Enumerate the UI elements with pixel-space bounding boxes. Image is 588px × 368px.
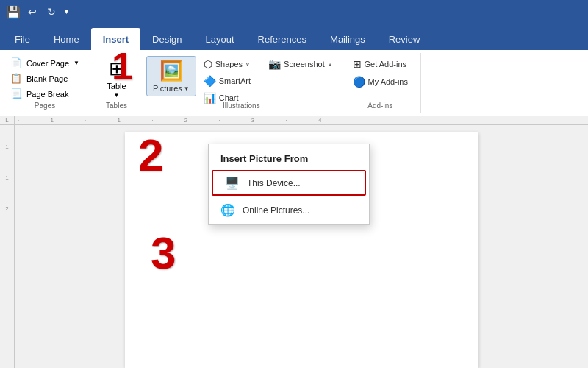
pictures-button[interactable]: 🖼️ Pictures ▼ — [146, 56, 196, 96]
save-icon[interactable]: 💾 — [6, 5, 21, 19]
get-addins-label: Get Add-ins — [365, 60, 406, 68]
ruler-corner: L — [0, 116, 15, 124]
my-addins-button[interactable]: 🔵 My Add-ins — [348, 74, 412, 90]
tab-mailings[interactable]: Mailings — [318, 28, 377, 50]
undo-button[interactable]: ↩ — [25, 4, 40, 19]
my-addins-label: My Add-ins — [368, 77, 408, 86]
smartart-icon: 🔷 — [204, 75, 216, 87]
tables-group-label: Tables — [106, 102, 127, 110]
online-pictures-option[interactable]: 🌐 Online Pictures... — [209, 199, 369, 222]
addins-group-label: Add-ins — [368, 102, 392, 110]
online-pictures-label: Online Pictures... — [243, 205, 309, 216]
tab-references[interactable]: References — [246, 28, 318, 50]
screenshot-icon: 📷 — [268, 58, 281, 70]
addins-group: ⊞ Get Add-ins 🔵 My Add-ins Add-ins — [340, 53, 421, 113]
blank-page-label: Blank Page — [26, 74, 68, 83]
blank-page-button[interactable]: 📋 Blank Page — [6, 71, 84, 85]
illustrations-group: 🖼️ Pictures ▼ ⬡ Shapes ∨ 🔷 SmartArt 📊 Ch… — [143, 53, 340, 113]
shapes-button[interactable]: ⬡ Shapes ∨ — [199, 56, 255, 72]
pictures-dropdown-icon[interactable]: ▼ — [184, 85, 190, 92]
get-addins-icon: ⊞ — [353, 58, 362, 70]
chart-icon: 📊 — [204, 92, 216, 104]
illustrations-group-label: Illustrations — [223, 102, 260, 110]
this-device-icon: 🖥️ — [225, 176, 240, 190]
screenshot-button[interactable]: 📷 Screenshot ∨ — [264, 56, 337, 72]
page-break-label: Page Break — [26, 90, 68, 99]
cover-page-dropdown[interactable]: ▼ — [74, 60, 79, 66]
cover-page-label: Cover Page — [26, 59, 69, 68]
tab-home[interactable]: Home — [42, 28, 91, 50]
tab-design[interactable]: Design — [140, 28, 193, 50]
shapes-icon: ⬡ — [204, 58, 212, 70]
online-pictures-icon: 🌐 — [220, 203, 235, 217]
smartart-button[interactable]: 🔷 SmartArt — [199, 73, 255, 89]
dropdown-header: Insert Picture From — [209, 150, 369, 170]
title-bar: 💾 ↩ ↻ ▼ — [0, 0, 588, 24]
horizontal-ruler: · 1 · 1 · 2 · 3 · 4 — [15, 116, 588, 124]
this-device-option[interactable]: 🖥️ This Device... — [212, 170, 366, 196]
get-addins-button[interactable]: ⊞ Get Add-ins — [348, 56, 412, 72]
table-button[interactable]: ⊞ Table ▼ — [107, 57, 126, 99]
shapes-dropdown-icon[interactable]: ∨ — [245, 61, 250, 68]
tab-layout[interactable]: Layout — [194, 28, 246, 50]
page-break-icon: 📃 — [10, 88, 22, 99]
cover-page-button[interactable]: 📄 Cover Page ▼ — [6, 56, 84, 70]
vertical-ruler: - 1 - 1 - 2 — [0, 125, 15, 368]
quick-access-dropdown-icon[interactable]: ▼ — [63, 8, 70, 15]
screenshot-column: 📷 Screenshot ∨ — [264, 56, 337, 82]
table-label: Table — [107, 82, 126, 91]
tab-insert[interactable]: Insert — [91, 28, 140, 50]
smartart-label: SmartArt — [219, 77, 251, 85]
redo-button[interactable]: ↻ — [44, 4, 59, 19]
cover-page-icon: 📄 — [10, 57, 22, 68]
ruler-row: L · 1 · 1 · 2 · 3 · 4 — [0, 116, 588, 125]
tab-file[interactable]: File — [3, 28, 42, 50]
ribbon-tabs: File Home Insert Design Layout Reference… — [0, 24, 588, 50]
this-device-label: This Device... — [247, 178, 301, 188]
insert-picture-dropdown: Insert Picture From 🖥️ This Device... 🌐 … — [208, 144, 370, 225]
table-dropdown-icon[interactable]: ▼ — [114, 92, 120, 99]
screenshot-label: Screenshot — [284, 60, 325, 68]
blank-page-icon: 📋 — [10, 73, 22, 84]
tab-review[interactable]: Review — [377, 28, 432, 50]
my-addins-icon: 🔵 — [353, 76, 365, 88]
table-icon: ⊞ — [109, 57, 125, 80]
tables-group: ⊞ Table ▼ Tables — [90, 53, 143, 113]
pages-group-label: Pages — [35, 102, 55, 110]
screenshot-dropdown-icon[interactable]: ∨ — [328, 61, 332, 68]
ribbon: 📄 Cover Page ▼ 📋 Blank Page 📃 Page Break… — [0, 50, 588, 116]
addins-items: ⊞ Get Add-ins 🔵 My Add-ins — [348, 56, 412, 100]
page-break-button[interactable]: 📃 Page Break — [6, 87, 84, 101]
shapes-label: Shapes — [215, 60, 243, 68]
pictures-label: Pictures — [153, 84, 182, 93]
pictures-icon: 🖼️ — [159, 60, 183, 82]
pages-group: 📄 Cover Page ▼ 📋 Blank Page 📃 Page Break… — [0, 53, 90, 113]
